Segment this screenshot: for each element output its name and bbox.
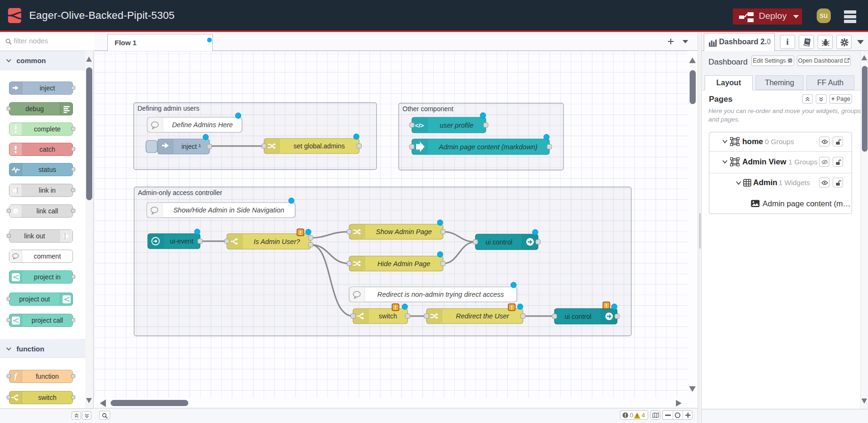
svg-text:Admin-only access controller: Admin-only access controller — [138, 189, 222, 196]
svg-text:Redirect is non-admin trying d: Redirect is non-admin trying direct acce… — [377, 291, 504, 298]
svg-text:switch: switch — [379, 312, 397, 320]
svg-text:Defining admin users: Defining admin users — [137, 105, 200, 112]
svg-text:Admin page content (markdown): Admin page content (markdown) — [438, 143, 538, 151]
svg-text:Redirect the User: Redirect the User — [456, 312, 510, 320]
svg-text:!: ! — [605, 303, 607, 309]
svg-text:Define Admins Here: Define Admins Here — [172, 121, 233, 129]
svg-text:Show Admin Page: Show Admin Page — [376, 228, 432, 236]
svg-text:</>: </> — [415, 122, 424, 129]
svg-text:Hide Admin Page: Hide Admin Page — [378, 260, 430, 268]
svg-text:inject ¹: inject ¹ — [181, 143, 201, 150]
svg-text:!: ! — [511, 305, 513, 310]
svg-text:Is Admin User?: Is Admin User? — [254, 238, 301, 245]
svg-text:Show/Hide Admin in Side Naviga: Show/Hide Admin in Side Navigation — [173, 206, 284, 214]
svg-text:ui-event: ui-event — [170, 237, 193, 245]
svg-text:user profile: user profile — [440, 122, 474, 129]
svg-text:set global.admins: set global.admins — [294, 142, 345, 150]
svg-text:ui control: ui control — [486, 238, 513, 246]
svg-text:!: ! — [299, 230, 301, 236]
svg-text:Other component: Other component — [402, 105, 453, 113]
svg-text:!: ! — [394, 305, 396, 310]
svg-text:ui control: ui control — [565, 313, 592, 320]
